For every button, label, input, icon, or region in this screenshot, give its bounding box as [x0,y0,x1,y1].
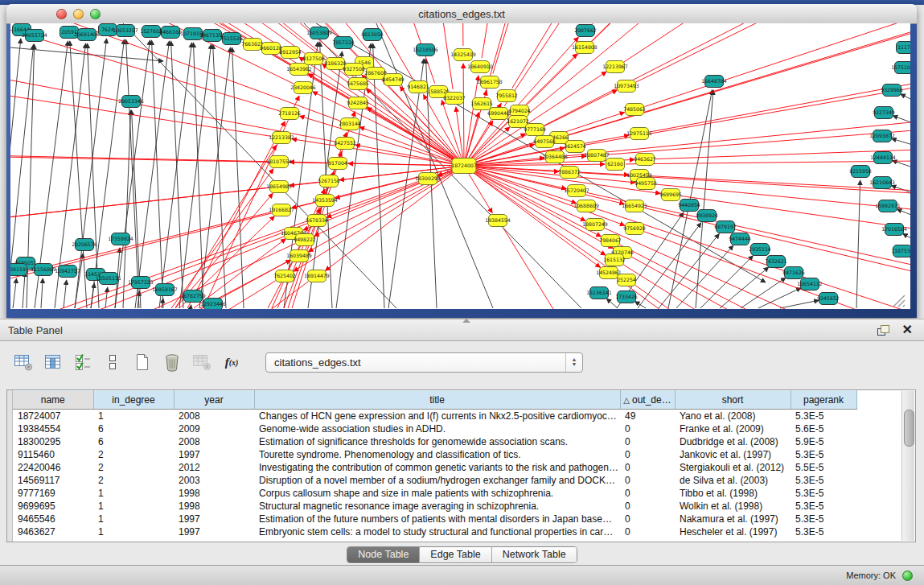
table-cell[interactable]: Tourette syndrome. Phenomenology and cla… [254,448,620,461]
table-cell[interactable]: 1 [93,410,174,423]
table-cell[interactable]: Yano et al. (2008) [675,410,791,423]
table-cell[interactable]: 5.5E-5 [791,461,856,474]
table-cell[interactable]: 1997 [174,448,254,461]
table-cell[interactable]: Disruption of a novel member of a sodium… [254,474,620,487]
column-header-out_de[interactable]: △out_de… [620,391,675,410]
table-row[interactable]: 1872400712008Changes of HCN gene express… [13,410,856,423]
table-cell[interactable]: 5.3E-5 [791,525,856,538]
table-cell[interactable]: 5.3E-5 [791,410,856,423]
table-cell[interactable]: 1 [93,513,174,525]
table-row[interactable]: 1456911722003Disruption of a novel membe… [13,474,856,487]
table-cell[interactable]: Estimation of the future numbers of pati… [254,513,620,525]
table-cell[interactable]: 49 [620,410,675,423]
table-cell[interactable]: 5.3E-5 [791,474,856,487]
table-cell[interactable]: Changes of HCN gene expression and I(f) … [254,410,620,423]
table-cell[interactable]: 18300295 [13,435,93,448]
table-cell[interactable]: 5.3E-5 [791,487,856,500]
table-cell[interactable]: de Silva et al. (2003) [675,474,791,487]
table-cell[interactable]: 2008 [174,435,254,448]
close-panel-icon[interactable]: ✕ [902,323,913,336]
function-builder-icon[interactable]: f(x) [221,352,242,373]
tab-network-table[interactable]: Network Table [492,547,577,562]
column-header-name[interactable]: name [13,391,93,410]
table-cell[interactable]: 5.6E-5 [791,422,856,435]
column-header-in_degree[interactable]: in_degree [93,391,174,410]
column-header-year[interactable]: year [174,391,254,410]
table-cell[interactable]: 22420046 [13,461,93,474]
table-cell[interactable]: 9465546 [13,513,93,525]
table-select-dropdown[interactable]: citations_edges.txt ▲▼ [265,352,583,373]
table-cell[interactable]: 2012 [174,461,254,474]
table-cell[interactable]: 2 [93,448,174,461]
table-cell[interactable]: Stergiakouli et al. (2012) [675,461,791,474]
table-row[interactable]: 911546021997Tourette syndrome. Phenomeno… [13,448,856,461]
table-cell[interactable]: 0 [620,461,675,474]
tab-edge-table[interactable]: Edge Table [420,547,491,562]
table-cell[interactable]: 1 [93,487,174,500]
table-row[interactable]: 946362711997Embryonic stem cells: a mode… [13,525,856,538]
column-header-short[interactable]: short [675,391,791,410]
tab-node-table[interactable]: Node Table [347,547,420,562]
table-row[interactable]: 1938455462009Genome-wide association stu… [13,422,856,435]
table-cell[interactable]: 2009 [174,422,254,435]
table-cell[interactable]: 9115460 [13,448,93,461]
table-cell[interactable]: 5.3E-5 [791,500,856,513]
table-cell[interactable]: 0 [620,525,675,538]
table-cell[interactable]: Tibbo et al. (1998) [675,487,791,500]
table-cell[interactable]: 5.9E-5 [791,435,856,448]
table-cell[interactable]: 0 [620,474,675,487]
table-cell[interactable]: 9777169 [13,487,93,500]
table-panel-header[interactable]: Table Panel ✕ [0,319,924,341]
show-columns-icon[interactable] [43,352,64,373]
table-cell[interactable]: Wolkin et al. (1998) [675,500,791,513]
network-window-titlebar[interactable]: citations_edges.txt [6,4,917,24]
table-cell[interactable]: 9463627 [13,525,93,538]
table-cell[interactable]: 6 [93,435,174,448]
table-cell[interactable]: 2008 [174,410,254,423]
table-cell[interactable]: Estimation of significance thresholds fo… [254,435,620,448]
scrollbar-thumb[interactable] [904,410,914,447]
table-cell[interactable]: 0 [620,448,675,461]
table-cell[interactable]: 6 [93,422,174,435]
column-header-title[interactable]: title [254,391,620,410]
table-cell[interactable]: 1997 [174,525,254,538]
table-cell[interactable]: 0 [620,435,675,448]
table-cell[interactable]: Structural magnetic resonance image aver… [254,500,620,513]
table-cell[interactable]: Dudbridge et al. (2008) [675,435,791,448]
transpose-icon[interactable] [102,352,123,373]
delete-table-icon[interactable] [162,352,183,373]
table-cell[interactable]: 1998 [174,500,254,513]
table-cell[interactable]: 18724007 [13,410,93,423]
table-row[interactable]: 946554611997Estimation of the future num… [13,513,856,525]
table-options-icon[interactable] [13,352,34,373]
table-cell[interactable]: 9699695 [13,500,93,513]
table-row[interactable]: 969969511998Structural magnetic resonanc… [13,500,856,513]
table-cell[interactable]: Corpus callosum shape and size in male p… [254,487,620,500]
select-rows-icon[interactable] [72,352,93,373]
new-table-icon[interactable] [132,352,153,373]
table-cell[interactable]: 19384554 [13,422,93,435]
table-cell[interactable]: Genome-wide association studies in ADHD. [254,422,620,435]
table-cell[interactable]: Franke et al. (2009) [675,422,791,435]
table-cell[interactable]: Investigating the contribution of common… [254,461,620,474]
table-cell[interactable]: 0 [620,487,675,500]
table-row[interactable]: 1830029562008Estimation of significance … [13,435,856,448]
network-view[interactable]: 1664424055724205912069140676241065325715… [10,23,910,309]
table-row[interactable]: 2242004622012Investigating the contribut… [13,461,856,474]
table-cell[interactable]: 2003 [174,474,254,487]
table-cell[interactable]: 0 [620,513,675,525]
column-header-pagerank[interactable]: pagerank [791,391,856,410]
table-cell[interactable]: 2 [93,474,174,487]
float-panel-icon[interactable] [877,325,889,336]
table-cell[interactable]: 1998 [174,487,254,500]
table-cell[interactable]: Hescheler et al. (1997) [675,525,791,538]
resize-grip-icon[interactable] [893,295,905,307]
table-cell[interactable]: Nakamura et al. (1997) [675,513,791,525]
table-cell[interactable]: 0 [620,500,675,513]
table-cell[interactable]: 2 [93,461,174,474]
table-row[interactable]: 977716911998Corpus callosum shape and si… [13,487,856,500]
table-cell[interactable]: Jankovic et al. (1997) [675,448,791,461]
table-cell[interactable]: 5.3E-5 [791,448,856,461]
table-cell[interactable]: 14569117 [13,474,93,487]
vertical-scrollbar[interactable] [901,391,914,541]
